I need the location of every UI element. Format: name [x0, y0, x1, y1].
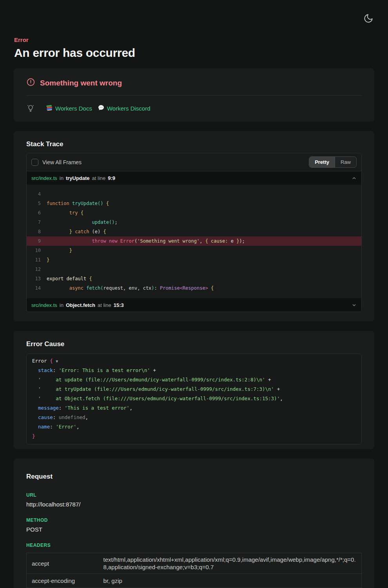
code-line: 14 async fetch(request, env, ctx): Promi…	[27, 283, 361, 293]
code-token: async	[69, 285, 86, 291]
line-number: 4	[27, 189, 41, 199]
code-token: {	[106, 201, 109, 206]
workers-discord-link[interactable]: Workers Discord	[98, 104, 150, 113]
divider	[26, 95, 362, 96]
lightbulb-icon	[26, 104, 35, 113]
header-value: text/html,application/xhtml+xml,applicat…	[101, 553, 362, 574]
cause-line: name: 'Error',	[32, 422, 356, 432]
code-token: function	[47, 201, 72, 206]
code-token: }	[32, 433, 35, 439]
header-key: accept-encoding	[27, 574, 101, 588]
request-card: Request URL http://localhost:8787/ METHO…	[14, 459, 374, 588]
code-token: ,	[199, 238, 205, 244]
code-token: stack	[38, 367, 53, 373]
page-header: Error An error has occurred	[0, 28, 388, 60]
code-token: {	[50, 358, 56, 364]
chevron-up-icon	[352, 176, 357, 181]
cause-line: cause: undefined,	[32, 413, 356, 422]
cause-line: ' at tryUpdate (file:///Users/edmund/icy…	[32, 385, 356, 394]
line-number: 7	[27, 218, 41, 227]
code-line: 4	[27, 189, 361, 199]
code-token: {	[211, 285, 214, 291]
code-token: Error	[32, 358, 50, 364]
code-token: :	[53, 367, 59, 373]
code-token: ,	[85, 414, 89, 420]
code-line: 13export default {	[27, 274, 361, 283]
header-row: accepttext/html,application/xhtml+xml,ap…	[27, 553, 362, 574]
code-line: 5function tryUpdate() {	[27, 199, 361, 208]
stack-frame-header-objectfetch[interactable]: src/index.ts in Object.fetch at line 15:…	[27, 298, 361, 312]
workers-docs-link[interactable]: Workers Docs	[46, 104, 92, 113]
code-token: {	[103, 229, 106, 234]
code-text: export default {	[47, 274, 92, 283]
code-token: ' at Object.fetch (file:///Users/edmund/…	[38, 396, 280, 401]
code-text: function tryUpdate() {	[47, 199, 109, 208]
code-token	[47, 285, 69, 291]
code-line: 10 }	[27, 246, 361, 255]
code-token: cause	[38, 414, 53, 420]
code-line: 7 update();	[27, 218, 361, 227]
headers-label: HEADERS	[26, 543, 362, 548]
code-line: 8 } catch (e) {	[27, 227, 361, 236]
line-number: 14	[27, 283, 41, 293]
code-token: :	[59, 405, 65, 411]
code-token: (e)	[89, 229, 103, 234]
error-cause-panel: Error { ▼ stack: 'Error: This is a test …	[26, 354, 362, 445]
format-toggle: Pretty Raw	[309, 156, 357, 168]
frame-file: src/index.ts	[31, 175, 57, 181]
code-token	[32, 405, 38, 411]
frame-in-label: in	[60, 302, 63, 308]
code-text: throw new Error('Something went wrong', …	[47, 236, 245, 246]
books-emoji-icon	[46, 104, 53, 113]
frame-at-label: at line	[98, 302, 111, 308]
frame-at-label: at line	[92, 175, 106, 181]
code-token: {	[81, 210, 83, 216]
frame-line: 15:3	[114, 302, 124, 308]
code-token	[47, 210, 69, 216]
line-number: 12	[27, 265, 41, 274]
error-cause-card: Error Cause Error { ▼ stack: 'Error: Thi…	[14, 331, 374, 449]
top-bar	[0, 0, 388, 28]
line-number: 13	[27, 274, 41, 283]
code-token: ,	[280, 396, 283, 401]
code-line: 12	[27, 265, 361, 274]
code-token: e	[228, 238, 236, 244]
cause-output: Error { ▼ stack: 'Error: This is a test …	[32, 356, 356, 441]
code-token	[78, 210, 80, 216]
method-value: POST	[26, 526, 362, 533]
stack-frame-header-tryupdate[interactable]: src/index.ts in tryUpdate at line 9:9	[27, 171, 361, 185]
page-title: An error has occurred	[14, 46, 374, 60]
code-token	[32, 396, 38, 401]
code-token	[47, 229, 69, 234]
code-token: ' at update (file:///Users/edmund/icy-wa…	[38, 377, 265, 383]
view-all-frames-checkbox[interactable]	[31, 159, 38, 166]
cause-line: Error { ▼	[32, 356, 356, 366]
error-message-title: Something went wrong	[40, 79, 122, 87]
code-token: Error	[120, 238, 134, 244]
header-value: br, gzip	[101, 574, 362, 588]
line-number: 6	[27, 208, 41, 218]
method-label: METHOD	[26, 517, 362, 523]
cause-line: ' at update (file:///Users/edmund/icy-wa…	[32, 375, 356, 385]
chevron-down-icon	[352, 303, 357, 308]
code-token: )	[151, 285, 154, 291]
code-token: }	[69, 248, 72, 253]
line-number: 11	[27, 255, 41, 265]
code-token: <	[180, 285, 183, 291]
line-number: 5	[27, 199, 41, 208]
cause-line: }	[32, 432, 356, 441]
stack-trace-panel: View All Frames Pretty Raw src/index.ts …	[26, 153, 362, 312]
code-token	[47, 220, 92, 225]
pretty-toggle-button[interactable]: Pretty	[309, 157, 335, 167]
code-token	[32, 367, 38, 373]
code-token: 'Error'	[56, 424, 76, 430]
cause-line: stack: 'Error: This is a test error\n' +	[32, 366, 356, 375]
code-token: 'Error: This is a test error\n'	[59, 367, 150, 373]
view-all-frames-label[interactable]: View All Frames	[42, 159, 82, 165]
raw-toggle-button[interactable]: Raw	[335, 157, 356, 167]
code-text: }	[47, 255, 49, 265]
dark-mode-toggle-button[interactable]	[363, 13, 374, 24]
url-label: URL	[26, 492, 362, 498]
url-value: http://localhost:8787/	[26, 501, 362, 508]
alert-circle-icon	[26, 78, 35, 88]
